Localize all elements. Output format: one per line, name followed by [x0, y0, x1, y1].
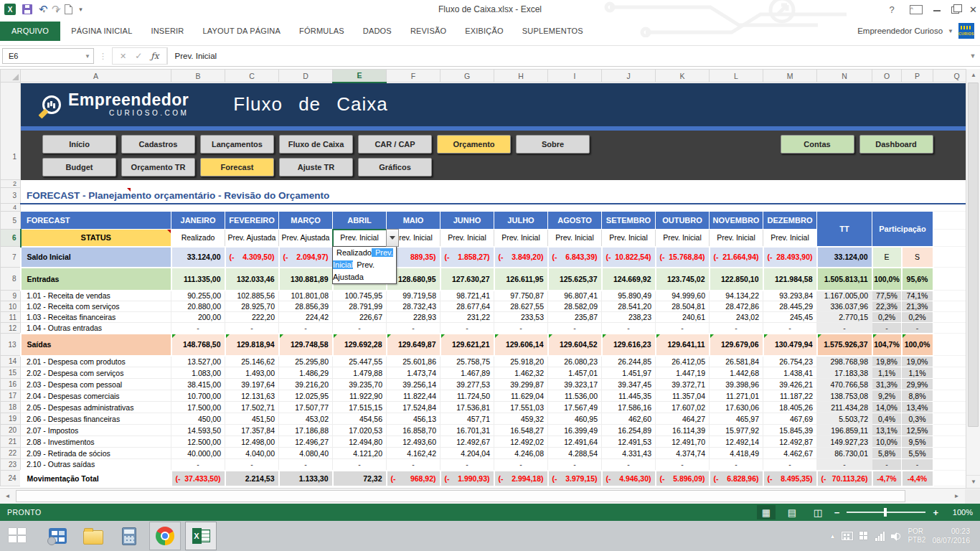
cell-G22[interactable]: 4.204,04: [440, 448, 494, 459]
cell-F20[interactable]: 16.858,70: [387, 425, 440, 436]
cell-E22[interactable]: 4.121,20: [333, 448, 387, 459]
status-dropdown-list[interactable]: RealizadoPrev. InicialPrev. Ajustada: [332, 246, 397, 284]
row-header-17[interactable]: 17: [1, 390, 21, 402]
cell-I21[interactable]: 12.491,64: [548, 436, 602, 448]
ribbon-tab-revisão[interactable]: REVISÃO: [401, 22, 456, 41]
cell-G8[interactable]: 127.630,27: [440, 268, 494, 291]
cell-F10[interactable]: 28.732,43: [387, 301, 440, 312]
cell-I24[interactable]: (-3.979,15): [548, 471, 602, 486]
month-header-julho[interactable]: JULHO: [494, 212, 548, 230]
cell-D16[interactable]: 39.216,20: [279, 379, 333, 390]
cell-E16[interactable]: 39.235,70: [333, 379, 387, 390]
cell-N7[interactable]: 33.124,00: [817, 247, 872, 268]
cell-O15[interactable]: 1,1%: [872, 367, 902, 379]
cell-A20[interactable]: 2.07 - Impostos: [21, 425, 171, 436]
cell-O22[interactable]: 5,8%: [872, 448, 902, 459]
tt-header[interactable]: TT: [817, 212, 872, 247]
sheet-title-cell[interactable]: FORECAST - Planejamento orçamentário - R…: [21, 188, 980, 204]
cell-B17[interactable]: 10.700,00: [171, 390, 225, 402]
cell-F22[interactable]: 4.162,42: [387, 448, 440, 459]
cell-J7[interactable]: (-10.822,54): [602, 247, 656, 268]
cell-M17[interactable]: 11.187,22: [763, 390, 817, 402]
row-header-21[interactable]: 21: [1, 436, 21, 448]
taskbar-item-calculator[interactable]: [113, 522, 145, 550]
insert-function-icon[interactable]: ƒx: [151, 51, 159, 61]
month-header-fevereiro[interactable]: FEVEREIRO: [225, 212, 279, 230]
cell-M15[interactable]: 1.438,41: [763, 367, 817, 379]
cell-K11[interactable]: 240,61: [656, 312, 710, 323]
cell-F23[interactable]: -: [387, 459, 440, 471]
cell-E24[interactable]: 72,32: [333, 471, 387, 486]
cell-O24[interactable]: -4,7%: [872, 471, 902, 486]
page-break-view-button[interactable]: ◫: [809, 505, 827, 519]
ribbon-tab-inserir[interactable]: INSERIR: [141, 22, 193, 41]
cell-M23[interactable]: -: [763, 459, 817, 471]
status-label-cell[interactable]: STATUS: [21, 230, 171, 247]
dropdown-arrow-button[interactable]: [386, 229, 399, 247]
cell-E9[interactable]: 100.745,95: [333, 291, 387, 301]
cell-H18[interactable]: 17.551,03: [494, 402, 548, 413]
cell-P9[interactable]: 74,1%: [902, 291, 933, 301]
cell-H6[interactable]: Prev. Inicial: [494, 230, 548, 247]
cell-M10[interactable]: 28.445,29: [763, 301, 817, 312]
cell-M6[interactable]: Prev. Inicial: [763, 230, 817, 247]
cell-L21[interactable]: 12.492,14: [710, 436, 763, 448]
row-header-24[interactable]: 24: [1, 471, 21, 486]
cell-D20[interactable]: 17.186,88: [279, 425, 333, 436]
page-layout-view-button[interactable]: ▤: [783, 505, 801, 519]
cell-G24[interactable]: (-1.990,93): [440, 471, 494, 486]
cell-C14[interactable]: 25.146,62: [225, 356, 279, 367]
column-header-D[interactable]: D: [279, 70, 333, 83]
cell-O21[interactable]: 10,0%: [872, 436, 902, 448]
restore-button[interactable]: [951, 6, 959, 14]
select-all-corner[interactable]: [1, 70, 21, 83]
cell-G21[interactable]: 12.492,67: [440, 436, 494, 448]
cell-E10[interactable]: 28.791,99: [333, 301, 387, 312]
nav-button-lançamentos[interactable]: Lançamentos: [200, 135, 274, 154]
cell-L15[interactable]: 1.442,68: [710, 367, 763, 379]
cell-A12[interactable]: 1.04 - Outras entradas: [21, 323, 171, 334]
cell-F18[interactable]: 17.524,84: [387, 402, 440, 413]
cell-H10[interactable]: 28.627,55: [494, 301, 548, 312]
cell-I15[interactable]: 1.457,01: [548, 367, 602, 379]
row-header-3[interactable]: 3: [1, 188, 21, 204]
cell-E21[interactable]: 12.494,80: [333, 436, 387, 448]
row-header-16[interactable]: 16: [1, 379, 21, 390]
cell-C21[interactable]: 12.498,00: [225, 436, 279, 448]
cell-I18[interactable]: 17.567,49: [548, 402, 602, 413]
cell-A9[interactable]: 1.01 - Receita de vendas: [21, 291, 171, 301]
cell-K7[interactable]: (-15.768,84): [656, 247, 710, 268]
cell-A10[interactable]: 1.02 - Receita com serviços: [21, 301, 171, 312]
month-header-novembro[interactable]: NOVEMBRO: [710, 212, 763, 230]
cell-O13[interactable]: 104,7%: [872, 334, 902, 356]
column-header-J[interactable]: J: [602, 70, 656, 83]
cell-P21[interactable]: 9,5%: [902, 436, 933, 448]
cell-P23[interactable]: -: [902, 459, 933, 471]
cell-O7[interactable]: E: [872, 247, 902, 268]
cell-A22[interactable]: 2.09 - Retirada de sócios: [21, 448, 171, 459]
cell-B8[interactable]: 111.335,00: [171, 268, 225, 291]
row-header-13[interactable]: 13: [1, 334, 21, 356]
cell-E13[interactable]: 129.692,28: [333, 334, 387, 356]
cell-I14[interactable]: 26.080,23: [548, 356, 602, 367]
cell-D23[interactable]: -: [279, 459, 333, 471]
cell-H22[interactable]: 4.246,08: [494, 448, 548, 459]
cell-I20[interactable]: 16.399,49: [548, 425, 602, 436]
nav-button-forecast[interactable]: Forecast: [200, 158, 274, 176]
month-header-abril[interactable]: ABRIL: [333, 212, 387, 230]
cell-F14[interactable]: 25.601,86: [387, 356, 440, 367]
cell-N11[interactable]: 2.770,15: [817, 312, 872, 323]
cell-J10[interactable]: 28.541,20: [602, 301, 656, 312]
row-header-20[interactable]: 20: [1, 425, 21, 436]
month-header-junho[interactable]: JUNHO: [440, 212, 494, 230]
clock[interactable]: 00:23 08/07/2016: [932, 527, 970, 545]
zoom-slider[interactable]: [847, 512, 925, 513]
cell-P16[interactable]: 29,9%: [902, 379, 933, 390]
column-header-K[interactable]: K: [656, 70, 710, 83]
row-header-7[interactable]: 7: [1, 247, 21, 268]
cell-H24[interactable]: (-2.994,18): [494, 471, 548, 486]
cell-C18[interactable]: 17.502,71: [225, 402, 279, 413]
cell-H8[interactable]: 126.611,95: [494, 268, 548, 291]
month-header-janeiro[interactable]: JANEIRO: [171, 212, 225, 230]
cell-K20[interactable]: 16.114,39: [656, 425, 710, 436]
